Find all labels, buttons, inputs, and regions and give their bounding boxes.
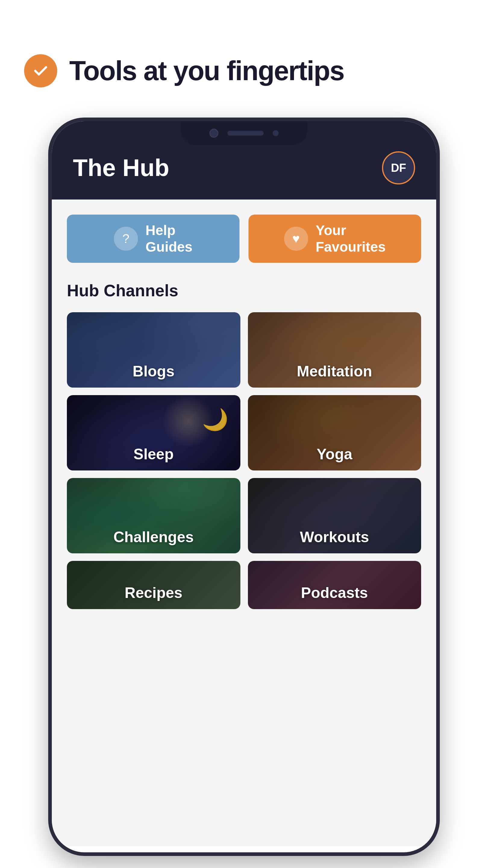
phone-screen: The Hub DF ? Help Guides ♥	[52, 121, 436, 852]
channel-label-blogs: Blogs	[67, 363, 240, 380]
channel-card-workouts[interactable]: Workouts	[248, 478, 421, 553]
channels-grid: Blogs Meditation 🌙 Sleep	[67, 312, 421, 609]
app-title: The Hub	[73, 154, 169, 182]
quick-actions-row: ? Help Guides ♥ Your Favourites	[67, 215, 421, 263]
your-favourites-button[interactable]: ♥ Your Favourites	[249, 215, 421, 263]
help-guides-button[interactable]: ? Help Guides	[67, 215, 239, 263]
channel-card-blogs[interactable]: Blogs	[67, 312, 240, 388]
channel-label-sleep: Sleep	[67, 445, 240, 463]
page-header: Tools at you fingertips	[0, 0, 488, 105]
channel-label-yoga: Yoga	[248, 445, 421, 463]
channel-label-meditation: Meditation	[248, 363, 421, 380]
channel-label-recipes: Recipes	[67, 584, 240, 601]
phone-notch	[181, 121, 307, 145]
channel-card-yoga[interactable]: Yoga	[248, 395, 421, 470]
check-badge-icon	[24, 54, 57, 87]
avatar[interactable]: DF	[382, 151, 415, 184]
channel-label-podcasts: Podcasts	[248, 584, 421, 601]
help-guides-label: Help Guides	[145, 222, 193, 255]
help-icon: ?	[114, 227, 138, 251]
notch-speaker	[227, 131, 264, 135]
phone-wrapper: The Hub DF ? Help Guides ♥	[0, 105, 488, 856]
channel-card-challenges[interactable]: Challenges	[67, 478, 240, 553]
favourites-label: Your Favourites	[316, 222, 386, 255]
hub-channels-title: Hub Channels	[67, 281, 421, 300]
app-content: ? Help Guides ♥ Your Favourites	[52, 199, 436, 846]
channel-card-meditation[interactable]: Meditation	[248, 312, 421, 388]
channel-label-workouts: Workouts	[248, 528, 421, 546]
channel-card-recipes[interactable]: Recipes	[67, 561, 240, 609]
page-title: Tools at you fingertips	[69, 56, 344, 87]
channel-label-challenges: Challenges	[67, 528, 240, 546]
notch-dot	[272, 130, 279, 136]
channel-card-podcasts[interactable]: Podcasts	[248, 561, 421, 609]
phone-frame: The Hub DF ? Help Guides ♥	[48, 118, 440, 856]
moon-icon: 🌙	[202, 407, 228, 432]
heart-icon: ♥	[284, 227, 308, 251]
channel-card-sleep[interactable]: 🌙 Sleep	[67, 395, 240, 470]
notch-camera	[209, 129, 218, 138]
